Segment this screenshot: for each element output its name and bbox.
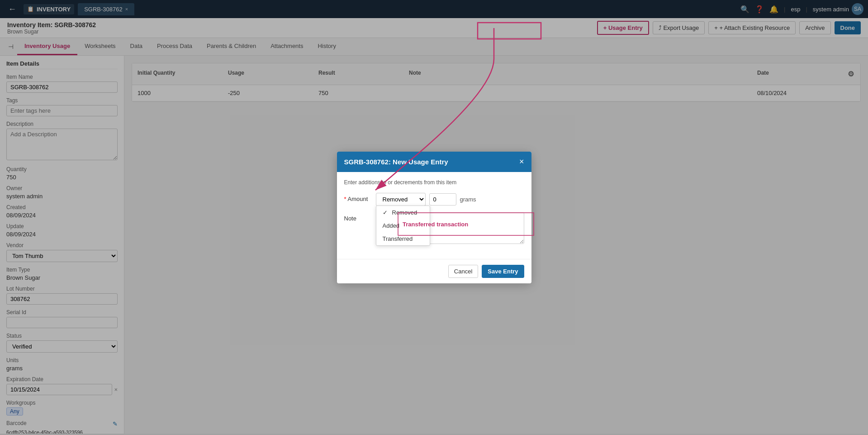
amount-field: * Amount Removed Added Transferred bbox=[344, 193, 524, 206]
note-field: Note bbox=[344, 212, 524, 245]
dialog-close-button[interactable]: × bbox=[519, 157, 524, 167]
dialog-header: SGRB-308762: New Usage Entry × bbox=[337, 152, 531, 172]
amount-input[interactable] bbox=[429, 193, 456, 206]
dialog-footer: Cancel Save Entry bbox=[337, 259, 531, 283]
amount-dropdown-menu: Removed Added Transferred bbox=[376, 206, 430, 246]
amount-type-container: Removed Added Transferred Removed Added … bbox=[376, 193, 426, 206]
save-entry-button[interactable]: Save Entry bbox=[482, 265, 524, 278]
dropdown-transferred[interactable]: Transferred bbox=[376, 232, 430, 245]
dropdown-removed[interactable]: Removed bbox=[376, 206, 430, 219]
usage-dialog: SGRB-308762: New Usage Entry × Enter add… bbox=[337, 152, 531, 283]
dialog-overlay: SGRB-308762: New Usage Entry × Enter add… bbox=[0, 0, 868, 435]
amount-type-select[interactable]: Removed Added Transferred bbox=[376, 193, 426, 206]
unit-label: grams bbox=[460, 196, 476, 203]
dialog-body: Enter additions to or decrements from th… bbox=[337, 172, 531, 259]
dialog-title: SGRB-308762: New Usage Entry bbox=[344, 158, 448, 166]
dropdown-added[interactable]: Added bbox=[376, 219, 430, 232]
note-label: Note bbox=[344, 212, 371, 222]
required-star: * bbox=[344, 196, 346, 202]
cancel-button[interactable]: Cancel bbox=[448, 265, 478, 278]
dialog-subtitle: Enter additions to or decrements from th… bbox=[344, 179, 524, 186]
amount-label: Amount bbox=[347, 196, 368, 202]
